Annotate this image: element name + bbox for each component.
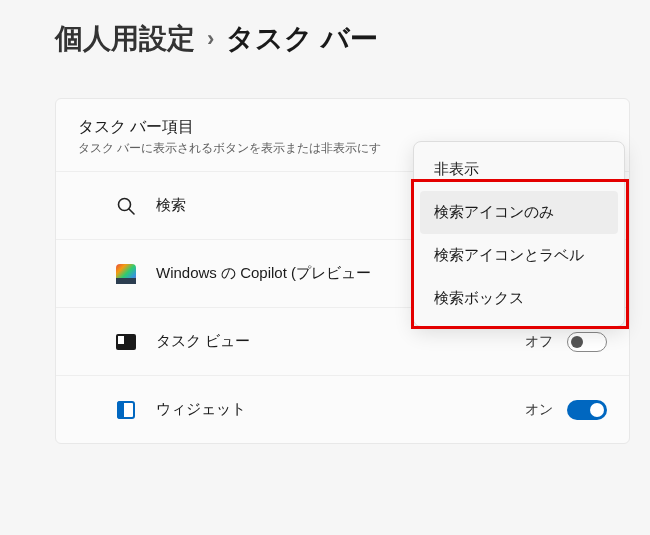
dropdown-option-icon-only[interactable]: 検索アイコンのみ — [420, 191, 618, 234]
dropdown-option-box[interactable]: 検索ボックス — [420, 277, 618, 320]
svg-line-1 — [129, 209, 134, 214]
breadcrumb: 個人用設定 › タスク バー — [55, 20, 630, 58]
section-title: タスク バー項目 — [78, 117, 607, 138]
taskview-toggle[interactable] — [567, 332, 607, 352]
search-icon — [114, 194, 138, 218]
row-widgets: ウィジェット オン — [56, 375, 629, 443]
dropdown-option-hide[interactable]: 非表示 — [420, 148, 618, 191]
chevron-right-icon: › — [207, 26, 214, 52]
copilot-icon — [114, 262, 138, 286]
row-widgets-label: ウィジェット — [156, 400, 525, 419]
taskview-icon — [114, 330, 138, 354]
taskview-state-text: オフ — [525, 333, 553, 351]
widgets-state-text: オン — [525, 401, 553, 419]
dropdown-option-icon-label[interactable]: 検索アイコンとラベル — [420, 234, 618, 277]
breadcrumb-current: タスク バー — [226, 20, 378, 58]
widgets-icon — [114, 398, 138, 422]
taskbar-items-panel: タスク バー項目 タスク バーに表示されるボタンを表示または非表示にす 検索 W… — [55, 98, 630, 444]
row-taskview-label: タスク ビュー — [156, 332, 525, 351]
search-dropdown: 非表示 検索アイコンのみ 検索アイコンとラベル 検索ボックス — [413, 141, 625, 327]
breadcrumb-parent[interactable]: 個人用設定 — [55, 20, 195, 58]
widgets-toggle[interactable] — [567, 400, 607, 420]
